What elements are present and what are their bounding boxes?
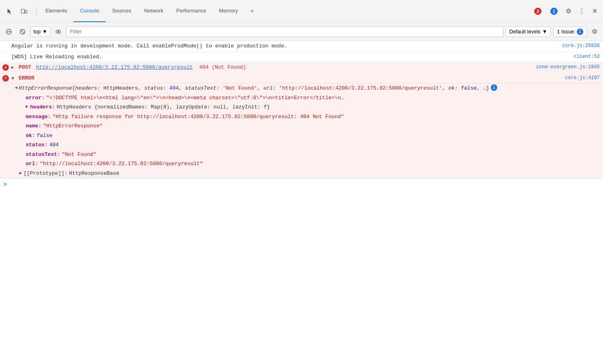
warnings-button[interactable]: 1 (547, 6, 561, 16)
default-levels-label: Default levels (509, 29, 541, 35)
http-error-response-line: ▼ HttpErrorResponse {headers: HttpHeader… (0, 84, 603, 93)
tab-sources[interactable]: Sources (106, 0, 138, 22)
console-input[interactable] (10, 182, 600, 188)
log-line-post: ✕ ▶ POST http://localhost:4200/3.22.175.… (0, 62, 603, 73)
expand-obj-icon[interactable]: ▼ (12, 86, 19, 89)
console-input-line: > (0, 178, 603, 191)
url-prop-line: url : "http://localhost:4200/3.22.175.82… (0, 159, 603, 169)
post-url-link[interactable]: http://localhost:4200/3.22.175.82:5000/q… (36, 64, 193, 70)
log-line-wds: [WDS] Live Reloading enabled. client:52 (0, 52, 603, 63)
statustext-prop-key: statusText (26, 151, 57, 159)
main-tabs: Elements Console Sources Network Perform… (39, 0, 531, 22)
svg-point-7 (57, 31, 59, 33)
expand-error-icon[interactable]: ▶ (9, 77, 16, 80)
toolbar-left-icons (3, 5, 31, 18)
error-prop-key: error (26, 94, 41, 102)
devtools-toolbar: Elements Console Sources Network Perform… (0, 0, 603, 22)
headers-prop-key: headers (30, 103, 52, 111)
tab-network[interactable]: Network (138, 0, 170, 22)
name-prop-value: "HttpErrorResponse" (43, 122, 103, 130)
status-label: 404 (Not Found) (199, 64, 246, 70)
console-settings-icon[interactable]: ⚙ (589, 26, 600, 37)
issue-label: 1 Issue: (557, 29, 575, 35)
console-output: Angular is running in development mode. … (0, 41, 603, 191)
ok-prop-line: ok : false (0, 131, 603, 141)
error-block: ✕ ▶ ERROR core.js:4197 ▼ HttpErrorRespon… (0, 73, 603, 178)
toolbar-right: 2 1 ⚙ ⋮ ✕ (531, 6, 600, 16)
log-source-wds[interactable]: client:52 (574, 53, 600, 60)
url-prop-value: "http://localhost:4200/3.22.175.82:5000/… (40, 160, 203, 168)
error-header-line: ✕ ▶ ERROR core.js:4197 (0, 73, 603, 84)
console-toolbar: top ▼ Default levels ▼ 1 Issue: 1 ⚙ (0, 22, 603, 41)
ok-prop-key: ok (26, 132, 32, 140)
prompt-symbol: > (3, 180, 7, 190)
proto-value: HttpResponseBase (69, 170, 119, 178)
statustext-prop-value: "Not Found" (62, 151, 96, 159)
url-prop-key: url (26, 160, 35, 168)
levels-arrow-icon: ▼ (542, 29, 548, 35)
post-method-label: POST (18, 64, 31, 70)
name-prop-line: name : "HttpErrorResponse" (0, 121, 603, 131)
message-prop-value: "Http failure response for http://localh… (52, 113, 344, 121)
status-prop-key: status (26, 141, 45, 149)
log-content-post: ▶ POST http://localhost:4200/3.22.175.82… (11, 63, 533, 72)
context-selector[interactable]: top ▼ (31, 27, 50, 37)
error-label: ERROR (18, 75, 34, 81)
headers-prop-line: ▶ headers : HttpHeaders {normalizedNames… (0, 102, 603, 112)
statustext-prop-line: statusText : "Not Found" (0, 150, 603, 160)
error-badge: 2 (534, 8, 541, 15)
http-error-preview: {headers: HttpHeaders, status: 404, stat… (72, 84, 489, 92)
cursor-icon[interactable] (3, 5, 16, 18)
issue-count-badge: 1 (577, 29, 583, 35)
clear-console-button[interactable] (3, 26, 14, 37)
status-prop-line: status : 404 (0, 140, 603, 150)
log-text-wds: [WDS] Live Reloading enabled. (11, 53, 570, 61)
expand-post-icon[interactable]: ▶ (11, 64, 14, 71)
default-levels-button[interactable]: Default levels ▼ (506, 27, 551, 37)
tab-memory[interactable]: Memory (213, 0, 244, 22)
error-label-container: ▶ ERROR (11, 74, 562, 82)
proto-label: [[Prototype]] (24, 170, 64, 178)
error-icon-post: ✕ (2, 64, 9, 71)
message-prop-key: message (26, 113, 48, 121)
warning-badge: 1 (550, 8, 558, 15)
status-prop-value: 404 (49, 141, 59, 149)
device-toolbar-icon[interactable] (18, 5, 31, 18)
error-prop-value: "<!DOCTYPE html>\n<html lang=\"en\">\n<h… (46, 94, 344, 102)
log-source-angular[interactable]: core.js:26826 (562, 42, 600, 49)
log-line-angular: Angular is running in development mode. … (0, 41, 603, 52)
name-prop-key: name (26, 122, 38, 130)
close-devtools-icon[interactable]: ✕ (590, 6, 600, 16)
post-source[interactable]: zone-evergreen.js:2845 (536, 63, 600, 71)
message-prop-line: message : "Http failure response for htt… (0, 112, 603, 122)
filter-input[interactable] (66, 27, 503, 37)
tab-more[interactable]: » (244, 0, 260, 22)
block-network-icon[interactable] (17, 26, 28, 37)
info-icon[interactable]: i (491, 84, 497, 91)
expand-proto-icon[interactable]: ▶ (19, 170, 22, 177)
issues-button[interactable]: 1 Issue: 1 (553, 27, 587, 37)
settings-icon[interactable]: ⚙ (563, 6, 574, 16)
dropdown-arrow-icon: ▼ (42, 29, 47, 35)
error-source[interactable]: core.js:4197 (565, 74, 600, 82)
headers-prop-value: HttpHeaders {normalizedNames: Map(0), la… (57, 103, 270, 111)
tab-console[interactable]: Console (74, 0, 106, 22)
ok-prop-value: false (37, 132, 52, 140)
eye-icon[interactable] (53, 26, 64, 37)
expand-headers-icon[interactable]: ▶ (26, 103, 29, 110)
http-error-class: HttpErrorResponse (19, 84, 72, 92)
svg-line-5 (21, 30, 24, 33)
more-options-icon[interactable]: ⋮ (576, 6, 587, 16)
context-label: top (33, 29, 41, 35)
prototype-line: ▶ [[Prototype]] : HttpResponseBase (0, 169, 603, 178)
svg-rect-1 (25, 10, 27, 13)
error-prop-line: error : "<!DOCTYPE html>\n<html lang=\"e… (0, 93, 603, 103)
log-text-angular: Angular is running in development mode. … (11, 42, 559, 50)
tab-performance[interactable]: Performance (170, 0, 212, 22)
tab-elements[interactable]: Elements (39, 0, 74, 22)
error-icon-error: ✕ (2, 75, 9, 82)
errors-button[interactable]: 2 (531, 6, 545, 16)
toolbar-divider (36, 6, 37, 16)
svg-rect-0 (21, 9, 25, 13)
